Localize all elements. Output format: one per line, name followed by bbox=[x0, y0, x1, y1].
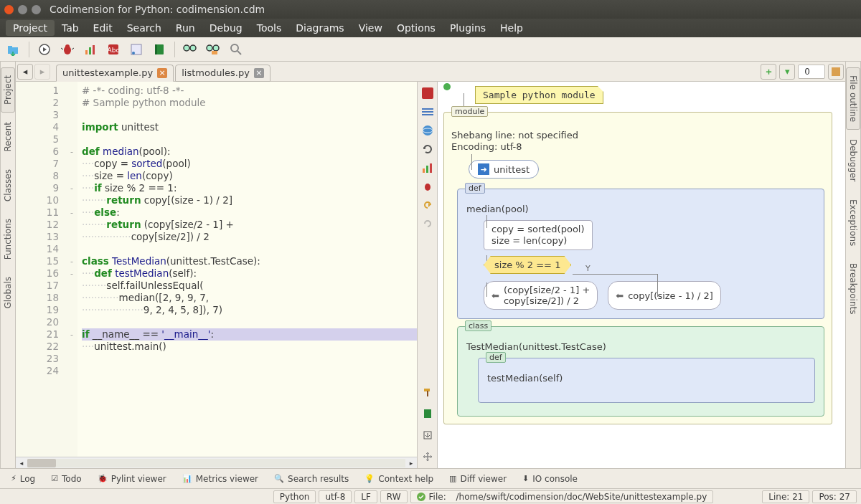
tab-close-icon[interactable]: × bbox=[254, 68, 264, 78]
import-arrow-icon: ➜ bbox=[478, 163, 489, 175]
open-project-button[interactable] bbox=[4, 40, 23, 59]
svg-rect-7 bbox=[85, 50, 88, 54]
import-box[interactable]: ➜ unittest bbox=[469, 160, 539, 179]
tab-next-button[interactable]: ▸ bbox=[34, 64, 50, 80]
globe-icon[interactable] bbox=[420, 123, 435, 138]
left-tab-functions[interactable]: Functions bbox=[1, 211, 15, 267]
redo-icon[interactable] bbox=[420, 217, 435, 231]
menu-run[interactable]: Run bbox=[169, 20, 202, 36]
find-in-files-button[interactable] bbox=[204, 40, 222, 59]
svg-point-17 bbox=[190, 45, 196, 51]
def-median-box[interactable]: def median(pool) copy = sorted(pool)size… bbox=[457, 189, 824, 319]
tab-dropdown-button[interactable]: ▾ bbox=[779, 64, 795, 80]
file-tab-unittestexample.py[interactable]: unittestexample.py× bbox=[56, 65, 174, 82]
add-tab-button[interactable]: ＋ bbox=[761, 64, 776, 80]
window-title: Codimension for Python: codimension.cdm bbox=[50, 4, 265, 15]
module-box: module Shebang line: not specified Encod… bbox=[443, 112, 832, 424]
bottom-tab-todo[interactable]: ☑Todo bbox=[43, 470, 89, 488]
svg-rect-33 bbox=[430, 163, 432, 173]
close-icon[interactable] bbox=[4, 5, 14, 14]
svg-rect-1 bbox=[8, 46, 12, 48]
menu-tools[interactable]: Tools bbox=[250, 20, 289, 36]
left-tab-recent[interactable]: Recent bbox=[1, 114, 15, 159]
menu-project[interactable]: Project bbox=[6, 20, 55, 36]
svg-rect-37 bbox=[424, 409, 431, 418]
maximize-icon[interactable] bbox=[32, 5, 41, 14]
left-tab-classes[interactable]: Classes bbox=[1, 161, 15, 209]
tab-close-icon[interactable]: × bbox=[157, 68, 167, 78]
status-line: Line: 21 bbox=[762, 490, 809, 503]
tab-icon: 🐞 bbox=[98, 474, 108, 483]
import-name: unittest bbox=[494, 164, 530, 175]
tab-prev-button[interactable]: ◂ bbox=[17, 64, 33, 80]
svg-point-16 bbox=[184, 45, 189, 51]
menu-search[interactable]: Search bbox=[120, 20, 169, 36]
right-tab-debugger[interactable]: Debugger bbox=[846, 131, 860, 189]
tools-button[interactable] bbox=[828, 64, 844, 80]
stats-button[interactable] bbox=[81, 40, 100, 59]
right-tab-breakpoints[interactable]: Breakpoints bbox=[846, 255, 860, 322]
menu-edit[interactable]: Edit bbox=[86, 20, 120, 36]
editor-tabs: ◂ ▸ unittestexample.py×listmodules.py× ＋… bbox=[16, 62, 845, 82]
left-tab-project[interactable]: Project bbox=[1, 67, 15, 113]
bottom-tab-diff-viewer[interactable]: ▥Diff viewer bbox=[441, 470, 514, 488]
run-button[interactable] bbox=[35, 40, 54, 59]
bottom-tab-context-help[interactable]: 💡Context help bbox=[357, 470, 441, 488]
status-mode: RW bbox=[380, 490, 408, 503]
bottom-tab-search-results[interactable]: 🔍Search results bbox=[266, 470, 357, 488]
menu-tab[interactable]: Tab bbox=[55, 20, 86, 36]
undo-icon[interactable] bbox=[420, 198, 435, 212]
bottom-tab-io-console[interactable]: ⬇IO console bbox=[514, 470, 585, 488]
condition-diamond: size % 2 == 1 bbox=[484, 256, 571, 274]
diagram-toolbar bbox=[418, 82, 438, 468]
refresh-icon[interactable] bbox=[420, 142, 435, 156]
list-icon[interactable] bbox=[420, 105, 435, 119]
menu-view[interactable]: View bbox=[352, 20, 390, 36]
menu-diagrams[interactable]: Diagrams bbox=[288, 20, 351, 36]
line-gutter: 123456789101112131415161718192021222324 bbox=[16, 82, 66, 457]
fold-column[interactable]: ------ bbox=[66, 82, 77, 457]
book-button[interactable] bbox=[150, 40, 169, 59]
minimize-icon[interactable] bbox=[18, 5, 27, 14]
search-button[interactable] bbox=[227, 40, 245, 59]
chart-icon[interactable] bbox=[420, 161, 435, 175]
bottom-tab-pylint-viewer[interactable]: 🐞Pylint viewer bbox=[90, 470, 174, 488]
code-area[interactable]: # -*- coding: utf-8 -*-# Sample python m… bbox=[77, 82, 417, 457]
editor-hscroll[interactable]: ◂▸ bbox=[16, 457, 417, 468]
class-testmedian-box[interactable]: class TestMedian(unittest.TestCase) def … bbox=[457, 326, 824, 417]
tab-icon: 🔍 bbox=[274, 474, 284, 483]
dictionary-button[interactable]: Abc bbox=[104, 40, 123, 59]
status-eol: LF bbox=[354, 490, 377, 503]
stmt-box: copy = sorted(pool)size = len(copy) bbox=[484, 220, 593, 250]
code-editor[interactable]: 123456789101112131415161718192021222324 … bbox=[16, 82, 418, 468]
menu-options[interactable]: Options bbox=[390, 20, 443, 36]
bottom-tab-metrics-viewer[interactable]: 📊Metrics viewer bbox=[174, 470, 266, 488]
book2-icon[interactable] bbox=[420, 406, 435, 421]
class-label: class bbox=[465, 320, 491, 331]
dict-icon[interactable] bbox=[420, 86, 435, 100]
status-pos: Pos: 27 bbox=[812, 490, 857, 503]
menu-plugins[interactable]: Plugins bbox=[443, 20, 493, 36]
main-toolbar: Abc bbox=[0, 37, 861, 62]
right-tab-file-outline[interactable]: File outline bbox=[846, 67, 860, 130]
svg-line-5 bbox=[61, 48, 63, 49]
status-bar: Python utf-8 LF RW File: /home/swift/cod… bbox=[0, 488, 861, 504]
find-button[interactable] bbox=[181, 40, 199, 59]
class-signature: TestMedian(unittest.TestCase) bbox=[466, 341, 815, 352]
move-icon[interactable] bbox=[420, 450, 435, 464]
tab-icon: ▥ bbox=[449, 474, 456, 483]
bug-icon[interactable] bbox=[420, 179, 435, 194]
svg-point-19 bbox=[207, 45, 212, 51]
bottom-tab-log[interactable]: ⚡Log bbox=[3, 470, 43, 488]
debug-button[interactable] bbox=[58, 40, 77, 59]
hammer-icon[interactable] bbox=[420, 385, 435, 399]
diagram-canvas[interactable]: Sample python module module Shebang line… bbox=[438, 82, 845, 468]
menu-help[interactable]: Help bbox=[493, 20, 530, 36]
imports-button[interactable] bbox=[127, 40, 146, 59]
status-dot-icon bbox=[443, 83, 451, 90]
left-tab-globals[interactable]: Globals bbox=[1, 269, 15, 317]
export-icon[interactable] bbox=[420, 428, 435, 442]
menu-debug[interactable]: Debug bbox=[202, 20, 250, 36]
right-tab-exceptions[interactable]: Exceptions bbox=[846, 191, 860, 254]
file-tab-listmodules.py[interactable]: listmodules.py× bbox=[175, 65, 270, 82]
